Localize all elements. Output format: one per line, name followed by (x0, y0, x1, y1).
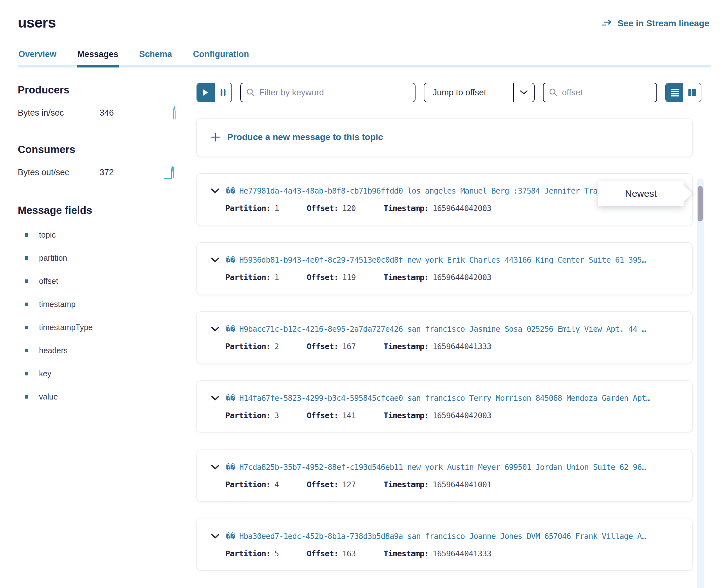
play-button[interactable] (197, 83, 214, 102)
message-card[interactable]: �� H14fa67fe-5823-4299-b3c4-595845cfcae0… (197, 380, 693, 433)
message-card[interactable]: �� H5936db81-b943-4e0f-8c29-74513e0c0d8f… (197, 243, 693, 294)
field-bullet-icon (25, 326, 28, 329)
filter-keyword-input[interactable] (240, 83, 415, 102)
message-card[interactable]: �� Hba30eed7-1edc-452b-8b1a-738d3b5d8a9a… (197, 519, 693, 571)
expand-chevron-down-icon[interactable] (211, 326, 220, 332)
message-key: Hba30eed7-1edc-452b-8b1a-738d3b5d8a9a (239, 532, 403, 541)
jump-to-offset-select[interactable]: Jump to offset (424, 83, 535, 102)
offset-value: 119 (342, 273, 356, 282)
tab-messages[interactable]: Messages (77, 49, 119, 67)
tab-schema[interactable]: Schema (139, 49, 173, 67)
message-key: H14fa67fe-5823-4299-b3c4-595845cfcae0 (239, 394, 403, 403)
field-item-offset[interactable]: offset (18, 277, 179, 286)
field-bullet-icon (25, 372, 28, 375)
live-consume-toggle (197, 83, 232, 102)
partition-field: Partition:3 (225, 411, 279, 420)
tab-bar: OverviewMessagesSchemaConfiguration (0, 49, 722, 67)
chevron-down-icon[interactable] (514, 83, 534, 102)
pause-icon (220, 89, 226, 96)
message-card[interactable]: �� H7cda825b-35b7-4952-88ef-c193d546eb11… (197, 449, 693, 502)
consumers-section: Consumers Bytes out/sec 372 (18, 144, 179, 180)
offset-label: Offset: (307, 549, 338, 558)
newest-scroll-tooltip: Newest (598, 181, 684, 206)
play-icon (202, 89, 209, 96)
unknown-char-glyphs: �� (226, 324, 235, 334)
message-card[interactable]: �� H9bacc71c-b12c-4216-8e95-2a7da727e426… (197, 311, 693, 363)
timestamp-field: Timestamp:1659644042003 (384, 411, 491, 420)
dashed-arrow-icon (602, 19, 613, 28)
produce-message-button[interactable]: Produce a new message to this topic (197, 118, 693, 156)
unknown-char-glyphs: �� (226, 255, 235, 265)
timestamp-label: Timestamp: (384, 342, 429, 351)
main-panel: Jump to offset (179, 67, 722, 571)
partition-value: 1 (274, 204, 279, 213)
field-bullet-icon (25, 302, 28, 306)
timestamp-label: Timestamp: (384, 411, 429, 420)
message-value-preview: san francisco Jasmine Sosa 025256 Emily … (407, 324, 646, 334)
offset-field: Offset:127 (307, 480, 356, 489)
page-title: users (18, 14, 56, 31)
bytes-in-metric-row: Bytes in/sec 346 (18, 105, 179, 120)
vertical-scrollbar-track[interactable] (697, 178, 704, 588)
offset-search-input[interactable] (543, 83, 657, 102)
field-item-partition[interactable]: partition (18, 253, 179, 262)
field-item-headers[interactable]: headers (18, 346, 179, 355)
offset-label: Offset: (307, 411, 338, 420)
plus-icon (211, 132, 220, 142)
field-bullet-icon (25, 279, 28, 283)
stream-lineage-label: See in Stream lineage (618, 18, 709, 28)
field-item-value[interactable]: value (18, 392, 179, 401)
column-view-button[interactable] (683, 83, 701, 102)
field-item-timestampType[interactable]: timestampType (18, 323, 179, 332)
timestamp-value: 1659644042003 (433, 411, 491, 420)
expand-chevron-down-icon[interactable] (211, 395, 220, 401)
list-view-button[interactable] (666, 83, 683, 102)
message-value-preview: new york Austin Meyer 699501 Jordan Unio… (407, 463, 646, 472)
message-fields-heading: Message fields (18, 204, 179, 216)
offset-label: Offset: (307, 342, 338, 351)
produce-message-label: Produce a new message to this topic (227, 132, 383, 142)
expand-chevron-down-icon[interactable] (211, 188, 220, 194)
producers-section: Producers Bytes in/sec 346 (18, 84, 179, 120)
producers-heading: Producers (18, 84, 179, 96)
field-bullet-icon (25, 233, 28, 237)
offset-field: Offset:119 (307, 273, 356, 282)
column-view-icon (688, 88, 697, 97)
unknown-char-glyphs: �� (226, 186, 235, 195)
bytes-in-value: 346 (100, 108, 114, 118)
message-fields-section: Message fields topic partition offset ti… (18, 204, 179, 401)
offset-field: Offset:163 (307, 549, 356, 558)
partition-label: Partition: (225, 411, 271, 420)
offset-field: Offset:141 (307, 411, 356, 420)
jump-to-offset-value: Jump to offset (425, 83, 513, 102)
bytes-out-label: Bytes out/sec (18, 168, 100, 177)
timestamp-value: 1659644041333 (433, 342, 491, 351)
expand-chevron-down-icon[interactable] (211, 533, 220, 539)
partition-value: 5 (274, 549, 279, 558)
field-item-timestamp[interactable]: timestamp (18, 300, 179, 309)
offset-value: 141 (342, 411, 356, 420)
partition-field: Partition:2 (225, 342, 279, 351)
message-key: H9bacc71c-b12c-4216-8e95-2a7da727e426 (239, 324, 403, 334)
field-item-topic[interactable]: topic (18, 230, 179, 239)
tab-overview[interactable]: Overview (18, 49, 57, 67)
bytes-out-metric-row: Bytes out/sec 372 (18, 165, 179, 180)
vertical-scrollbar-thumb[interactable] (698, 186, 703, 222)
message-value-preview: san francisco Joanne Jones DVM 657046 Fr… (407, 532, 646, 541)
bytes-out-sparkline (163, 165, 177, 180)
list-view-icon (671, 88, 679, 97)
timestamp-label: Timestamp: (384, 273, 429, 282)
message-key: H5936db81-b943-4e0f-8c29-74513e0c0d8f (239, 255, 403, 265)
tab-configuration[interactable]: Configuration (192, 49, 250, 67)
timestamp-field: Timestamp:1659644041333 (384, 549, 491, 558)
expand-chevron-down-icon[interactable] (211, 464, 220, 470)
message-value-preview: new york Erik Charles 443166 King Center… (407, 255, 646, 265)
timestamp-value: 1659644041001 (433, 480, 491, 489)
stream-lineage-link[interactable]: See in Stream lineage (602, 18, 709, 28)
message-value-preview: los angeles Manuel Berg :37584 Jennifer … (407, 186, 615, 195)
expand-chevron-down-icon[interactable] (211, 257, 220, 263)
page-header: users See in Stream lineage (0, 0, 722, 31)
field-item-key[interactable]: key (18, 369, 179, 378)
unknown-char-glyphs: �� (226, 463, 235, 472)
pause-button[interactable] (214, 83, 231, 102)
